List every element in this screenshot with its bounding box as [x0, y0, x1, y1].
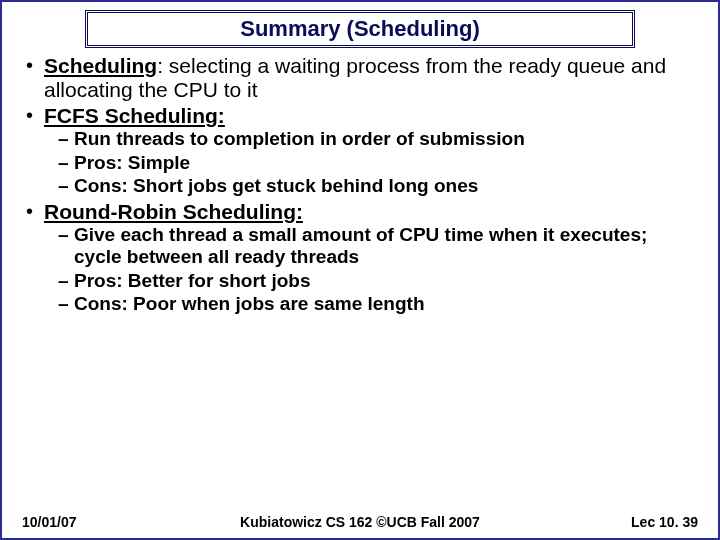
- bullet-scheduling: Scheduling: selecting a waiting process …: [26, 54, 700, 102]
- slide-title: Summary (Scheduling): [240, 16, 480, 41]
- bullet-rr: Round-Robin Scheduling: Give each thread…: [26, 200, 700, 316]
- scheduling-term: Scheduling: [44, 54, 157, 77]
- footer-center: Kubiatowicz CS 162 ©UCB Fall 2007: [112, 514, 608, 530]
- fcfs-sub-2: Pros: Simple: [58, 152, 700, 174]
- title-box: Summary (Scheduling): [85, 10, 635, 48]
- rr-sub-3: Cons: Poor when jobs are same length: [58, 293, 700, 315]
- fcfs-sub-3: Cons: Short jobs get stuck behind long o…: [58, 175, 700, 197]
- footer-right: Lec 10. 39: [608, 514, 698, 530]
- footer: 10/01/07 Kubiatowicz CS 162 ©UCB Fall 20…: [2, 514, 718, 530]
- slide-content: Scheduling: selecting a waiting process …: [2, 54, 718, 315]
- rr-sub-1: Give each thread a small amount of CPU t…: [58, 224, 700, 269]
- rr-term: Round-Robin Scheduling:: [44, 200, 303, 223]
- fcfs-term: FCFS Scheduling:: [44, 104, 225, 127]
- footer-date: 10/01/07: [22, 514, 112, 530]
- bullet-fcfs: FCFS Scheduling: Run threads to completi…: [26, 104, 700, 197]
- rr-sub-2: Pros: Better for short jobs: [58, 270, 700, 292]
- fcfs-sub-1: Run threads to completion in order of su…: [58, 128, 700, 150]
